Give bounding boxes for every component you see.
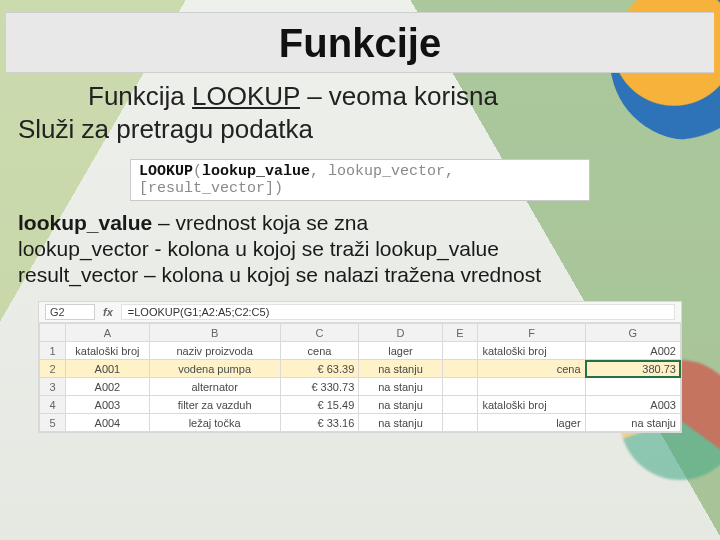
spreadsheet-screenshot: G2 fx =LOOKUP(G1;A2:A5;C2:C5) A B C D E xyxy=(38,301,682,433)
cell: A002 xyxy=(585,342,680,360)
cell: vodena pumpa xyxy=(149,360,280,378)
cell: A002 xyxy=(66,378,149,396)
param-1-bold: lookup_value xyxy=(18,211,152,234)
cell: € 15.49 xyxy=(280,396,359,414)
sheet-body: 1 kataloški broj naziv proizvoda cena la… xyxy=(40,342,681,432)
cell: kataloški broj xyxy=(478,342,585,360)
row-header: 1 xyxy=(40,342,66,360)
cell: cena xyxy=(280,342,359,360)
table-row: 4 A003 filter za vazduh € 15.49 na stanj… xyxy=(40,396,681,414)
cell: kataloški broj xyxy=(66,342,149,360)
cell: ležaj točka xyxy=(149,414,280,432)
syntax-box: LOOKUP(lookup_value, lookup_vector, [res… xyxy=(130,159,590,201)
formula-bar: G2 fx =LOOKUP(G1;A2:A5;C2:C5) xyxy=(39,302,681,323)
spreadsheet-grid: A B C D E F G 1 kataloški broj naziv pro… xyxy=(39,323,681,432)
syntax-arg1: lookup_value xyxy=(202,163,310,180)
params-block: lookup_value – vrednost koja se zna look… xyxy=(18,211,702,287)
cell: lager xyxy=(359,342,442,360)
cell xyxy=(442,378,478,396)
intro-prefix: Funkcija xyxy=(88,81,192,111)
slide: Funkcije Funkcija LOOKUP – veoma korisna… xyxy=(0,0,720,540)
cell: € 63.39 xyxy=(280,360,359,378)
row-header: 5 xyxy=(40,414,66,432)
cell: filter za vazduh xyxy=(149,396,280,414)
name-box: G2 xyxy=(45,304,95,320)
col-header-E: E xyxy=(442,324,478,342)
intro-line-2: Služi za pretragu podatka xyxy=(18,114,702,145)
col-header-A: A xyxy=(66,324,149,342)
cell: alternator xyxy=(149,378,280,396)
cell xyxy=(585,378,680,396)
selected-cell: 380.73 xyxy=(585,360,680,378)
cell xyxy=(442,396,478,414)
col-header-F: F xyxy=(478,324,585,342)
cell: A004 xyxy=(66,414,149,432)
intro-suffix: – veoma korisna xyxy=(300,81,498,111)
row-header: 3 xyxy=(40,378,66,396)
col-header-D: D xyxy=(359,324,442,342)
cell: A003 xyxy=(585,396,680,414)
cell xyxy=(442,360,478,378)
content-area: Funkcija LOOKUP – veoma korisna Služi za… xyxy=(18,81,702,433)
cell xyxy=(442,342,478,360)
cell: na stanju xyxy=(359,396,442,414)
cell: na stanju xyxy=(359,414,442,432)
table-row: 3 A002 alternator € 330.73 na stanju xyxy=(40,378,681,396)
param-result-vector: result_vector – kolona u kojoj se nalazi… xyxy=(18,263,702,287)
intro-function-name: LOOKUP xyxy=(192,81,300,111)
column-header-row: A B C D E F G xyxy=(40,324,681,342)
table-row: 1 kataloški broj naziv proizvoda cena la… xyxy=(40,342,681,360)
syntax-fn: LOOKUP xyxy=(139,163,193,180)
row-header: 2 xyxy=(40,360,66,378)
cell: na stanju xyxy=(359,360,442,378)
col-header-G: G xyxy=(585,324,680,342)
cell: A001 xyxy=(66,360,149,378)
corner-cell xyxy=(40,324,66,342)
table-row: 2 A001 vodena pumpa € 63.39 na stanju ce… xyxy=(40,360,681,378)
col-header-B: B xyxy=(149,324,280,342)
intro-line-1: Funkcija LOOKUP – veoma korisna xyxy=(18,81,702,112)
param-lookup-value: lookup_value – vrednost koja se zna xyxy=(18,211,702,235)
cell: naziv proizvoda xyxy=(149,342,280,360)
cell: € 33.16 xyxy=(280,414,359,432)
title-band: Funkcije xyxy=(6,12,714,73)
fx-icon: fx xyxy=(103,306,113,318)
cell xyxy=(478,378,585,396)
cell: € 330.73 xyxy=(280,378,359,396)
cell: na stanju xyxy=(359,378,442,396)
col-header-C: C xyxy=(280,324,359,342)
cell xyxy=(442,414,478,432)
syntax-open: ( xyxy=(193,163,202,180)
cell: cena xyxy=(478,360,585,378)
cell: lager xyxy=(478,414,585,432)
cell: A003 xyxy=(66,396,149,414)
cell: kataloški broj xyxy=(478,396,585,414)
slide-title: Funkcije xyxy=(6,21,714,66)
row-header: 4 xyxy=(40,396,66,414)
cell: na stanju xyxy=(585,414,680,432)
formula-text: =LOOKUP(G1;A2:A5;C2:C5) xyxy=(121,304,675,320)
param-1-rest: – vrednost koja se zna xyxy=(152,211,368,234)
param-lookup-vector: lookup_vector - kolona u kojoj se traži … xyxy=(18,237,702,261)
table-row: 5 A004 ležaj točka € 33.16 na stanju lag… xyxy=(40,414,681,432)
